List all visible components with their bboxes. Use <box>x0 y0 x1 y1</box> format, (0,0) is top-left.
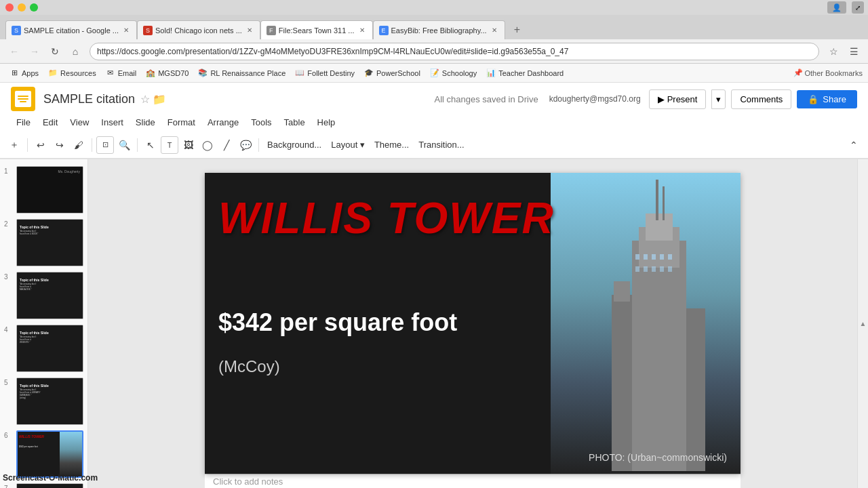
menu-file[interactable]: File <box>11 115 36 130</box>
theme-button[interactable]: Theme... <box>370 138 413 151</box>
sp5-text: "An amazing fact Ifound from a LIBRARYDA… <box>20 389 40 400</box>
collapse-toolbar-button[interactable]: ⌃ <box>845 136 863 154</box>
bookmark-follett[interactable]: 📖 Follett Destiny <box>291 67 359 79</box>
layout-button[interactable]: Layout ▾ <box>327 138 369 151</box>
menu-button[interactable]: ☰ <box>845 43 863 60</box>
slide-thumb-5[interactable]: 5 Topic of this Slide "An amazing fact I… <box>3 376 85 426</box>
other-bookmarks[interactable]: 📌 Other Bookmarks <box>793 68 863 77</box>
back-button[interactable]: ← <box>5 43 23 60</box>
toolbar-sep-3 <box>137 138 138 152</box>
window-maximize-button[interactable] <box>30 3 38 12</box>
paint-format-button[interactable]: 🖌 <box>70 136 87 154</box>
menu-view[interactable]: View <box>64 115 94 130</box>
window-minimize-button[interactable] <box>18 3 26 12</box>
tab-file-sears[interactable]: F File:Sears Town 311 ... ✕ <box>260 20 373 39</box>
menu-arrange[interactable]: Arrange <box>202 115 244 130</box>
slide-thumb-4[interactable]: 4 Topic of this Slide "An amazing fact I… <box>3 323 85 373</box>
bookmark-schoology[interactable]: 📝 Schoology <box>426 67 481 79</box>
bookmark-powerschool-label: PowerSchool <box>376 69 420 77</box>
bookmark-follett-label: Follett Destiny <box>307 69 355 77</box>
transition-button[interactable]: Transition... <box>414 138 468 151</box>
image-button[interactable]: 🖼 <box>180 136 197 154</box>
bookmark-renaissance[interactable]: 📚 RL Renaissance Place <box>194 67 290 79</box>
select-button[interactable]: ↖ <box>142 136 159 154</box>
tab3-close[interactable]: ✕ <box>357 26 367 35</box>
forward-button[interactable]: → <box>26 43 43 60</box>
slide-photo-credit: PHOTO: (Urban~commonswicki) <box>589 452 727 463</box>
svg-rect-4 <box>656 180 658 220</box>
slide-thumb-1[interactable]: 1 Ms. Dougherty <box>3 165 85 215</box>
svg-rect-7 <box>686 308 705 471</box>
slide-thumb-7[interactable]: 7 Works Cited Bibliography entries... <box>3 482 85 488</box>
bookmark-renaissance-label: RL Renaissance Place <box>210 69 285 77</box>
bookmark-apps[interactable]: ⊞ Apps <box>5 67 43 79</box>
tab4-title: EasyBib: Free Bibliography... <box>391 26 487 35</box>
bookmark-resources-label: Resources <box>60 69 96 77</box>
reload-button[interactable]: ↻ <box>46 43 64 60</box>
slide-main-title[interactable]: WILLIS TOWER <box>218 193 555 243</box>
menu-table[interactable]: Table <box>279 115 311 130</box>
share-button[interactable]: 🔒 Share <box>797 90 857 108</box>
apps-icon: ⊞ <box>9 68 19 78</box>
menu-format[interactable]: Format <box>162 115 201 130</box>
collapse-panel[interactable]: ▲ <box>857 159 868 488</box>
slide-preview-4: Topic of this Slide "An amazing fact Ifo… <box>16 325 83 372</box>
bookmark-teacher-dashboard[interactable]: 📊 Teacher Dashboard <box>482 67 568 79</box>
shape-button[interactable]: ◯ <box>199 136 216 154</box>
folder-button[interactable]: 📁 <box>153 93 166 106</box>
email-icon: ✉ <box>106 68 115 78</box>
svg-rect-18 <box>668 266 672 272</box>
comment-inline-button[interactable]: 💬 <box>237 136 254 154</box>
profile-icon[interactable]: 👤 <box>827 1 846 14</box>
user-account[interactable]: kdougherty@mgsd70.org <box>549 94 641 104</box>
insert-button[interactable]: ＋ <box>5 136 23 154</box>
screencast-watermark: Screencast-O-Matic.com <box>3 473 98 483</box>
slide-thumb-3[interactable]: 3 Topic of this Slide "An amazing fact I… <box>3 270 85 321</box>
bookmark-button[interactable]: ☆ <box>825 43 842 60</box>
bookmark-resources[interactable]: 📁 Resources <box>44 67 100 79</box>
menu-slide[interactable]: Slide <box>130 115 161 130</box>
tab4-close[interactable]: ✕ <box>490 26 499 35</box>
undo-button[interactable]: ↩ <box>32 136 50 154</box>
slide-canvas[interactable]: WILLIS TOWER <box>205 173 741 474</box>
background-button[interactable]: Background... <box>263 138 326 151</box>
tab1-close[interactable]: ✕ <box>121 26 131 35</box>
tab-sample-citation[interactable]: S SAMPLE citation - Google ... ✕ <box>5 20 137 39</box>
slide-num-1: 1 <box>4 166 14 175</box>
tab1-title: SAMPLE citation - Google ... <box>24 26 119 35</box>
window-close-button[interactable] <box>5 3 14 12</box>
menu-insert[interactable]: Insert <box>96 115 129 130</box>
line-button[interactable]: ╱ <box>218 136 235 154</box>
present-dropdown-button[interactable]: ▾ <box>711 89 726 109</box>
comments-button[interactable]: Comments <box>731 89 791 109</box>
redo-button[interactable]: ↪ <box>51 136 68 154</box>
bookmark-mgsd70[interactable]: 🏫 MGSD70 <box>142 67 193 79</box>
present-button[interactable]: ▶ Present <box>649 89 707 109</box>
slide-thumb-2[interactable]: 2 Topic of this Slide "An amazing fact I… <box>3 218 85 268</box>
bookmark-email[interactable]: ✉ Email <box>102 67 141 79</box>
tab2-close[interactable]: ✕ <box>245 26 254 35</box>
bookmarks-bar: ⊞ Apps 📁 Resources ✉ Email 🏫 MGSD70 📚 RL… <box>0 64 868 83</box>
menu-help[interactable]: Help <box>312 115 341 130</box>
new-tab-button[interactable]: + <box>508 20 527 39</box>
zoom-button[interactable]: 🔍 <box>115 136 133 154</box>
menu-tools[interactable]: Tools <box>245 115 277 130</box>
svg-rect-12 <box>660 254 664 260</box>
slide-price[interactable]: $342 per square foot <box>218 308 457 337</box>
svg-rect-16 <box>652 266 656 272</box>
text-box-button[interactable]: T <box>161 136 178 154</box>
tab-sold-chicago[interactable]: S Sold! Chicago icon nets ... ✕ <box>137 20 260 39</box>
zoom-fit-button[interactable]: ⊡ <box>96 136 114 154</box>
notes-area[interactable]: Click to add notes <box>205 474 741 488</box>
fullscreen-icon[interactable]: ⤢ <box>852 1 864 14</box>
tab-easybib[interactable]: E EasyBib: Free Bibliography... ✕ <box>373 20 505 39</box>
star-button[interactable]: ☆ <box>140 93 150 106</box>
slide-thumb-6[interactable]: 6 WILLIS TOWER $342 per square foot <box>3 429 85 479</box>
home-button[interactable]: ⌂ <box>66 43 84 60</box>
slide-num-3: 3 <box>4 272 14 281</box>
resources-icon: 📁 <box>48 68 58 78</box>
bookmark-powerschool[interactable]: 🎓 PowerSchool <box>360 67 425 79</box>
menu-edit[interactable]: Edit <box>37 115 63 130</box>
slide-citation[interactable]: (McCoy) <box>218 357 280 376</box>
url-bar[interactable]: https://docs.google.com/presentation/d/1… <box>90 43 819 60</box>
